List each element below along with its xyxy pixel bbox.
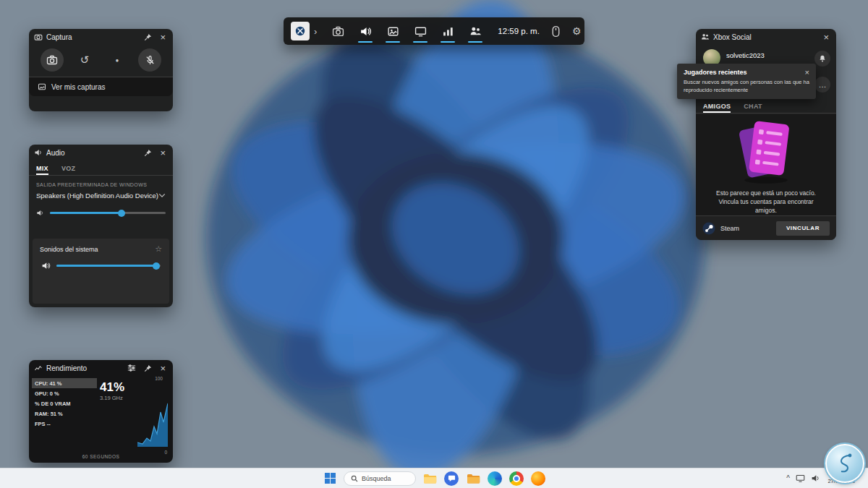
camera-icon xyxy=(46,54,58,66)
stat-vram[interactable]: % DE 0 VRAM xyxy=(32,398,97,408)
volume-icon[interactable] xyxy=(811,474,820,483)
performance-options-button[interactable] xyxy=(125,364,138,372)
screenshot-button[interactable] xyxy=(41,48,64,72)
link-account-button[interactable]: VINCULAR xyxy=(776,221,830,236)
stat-cpu[interactable]: CPU: 41 % xyxy=(32,378,97,388)
folder-button[interactable] xyxy=(465,471,481,487)
empty-friends-text: Esto parece que está un poco vacío. Vinc… xyxy=(696,189,836,215)
performance-titlebar[interactable]: Rendimiento × xyxy=(29,360,173,376)
search-placeholder: Búsqueda xyxy=(362,475,391,482)
screen: › xyxy=(0,0,868,488)
chart-time-window: 60 SEGUNDOS xyxy=(29,454,173,459)
cpu-history-chart xyxy=(137,401,168,447)
record-last-moments-button[interactable]: ↺ xyxy=(73,48,96,72)
view-captures-label: Ver mis capturas xyxy=(51,83,105,91)
close-icon: × xyxy=(160,33,166,42)
firefox-button[interactable] xyxy=(530,471,546,487)
audio-widget-button[interactable] xyxy=(352,19,379,43)
widget-toggle-group xyxy=(324,19,489,43)
stat-ram[interactable]: RAM: 51 % xyxy=(32,408,97,419)
link-accounts-bar: Steam VINCULAR xyxy=(696,215,836,240)
capture-titlebar[interactable]: Captura × xyxy=(29,29,173,45)
gallery-icon xyxy=(387,25,399,38)
close-button[interactable]: × xyxy=(821,33,831,42)
tab-voz[interactable]: VOZ xyxy=(61,165,75,175)
pin-icon xyxy=(144,33,152,41)
chrome-icon xyxy=(509,471,524,486)
close-icon: × xyxy=(160,364,166,373)
tab-amigos[interactable]: AMIGOS xyxy=(703,103,731,113)
pin-button[interactable] xyxy=(142,149,154,157)
capture-widget-button[interactable] xyxy=(324,19,352,43)
audio-tabs: MIX VOZ xyxy=(29,160,173,176)
system-volume-slider[interactable] xyxy=(56,265,161,267)
watermark-logo xyxy=(825,444,864,483)
tray-chevron-up-icon[interactable]: ^ xyxy=(786,474,790,482)
output-volume-handle[interactable] xyxy=(118,210,125,217)
system-sounds-label: Sonidos del sistema xyxy=(40,246,98,253)
edge-button[interactable] xyxy=(487,471,503,487)
more-options-button[interactable]: … xyxy=(814,77,830,93)
xbox-logo-icon xyxy=(294,25,306,37)
performance-widget-button[interactable] xyxy=(434,19,461,43)
friends-empty-illustration xyxy=(723,114,809,188)
chat-button[interactable] xyxy=(443,471,459,487)
widget-title: Captura xyxy=(46,33,72,41)
sliders-icon xyxy=(127,364,136,372)
view-captures-button[interactable]: Ver mis capturas xyxy=(29,77,173,96)
edge-icon xyxy=(488,471,502,486)
tab-chat[interactable]: CHAT xyxy=(744,103,762,113)
taskbar-search[interactable]: Búsqueda xyxy=(344,471,416,486)
chevron-down-icon xyxy=(158,193,166,198)
pin-icon xyxy=(144,364,152,372)
social-titlebar[interactable]: Xbox Social × xyxy=(696,29,836,45)
chevron-right-icon: › xyxy=(312,26,318,37)
mic-muted-icon xyxy=(145,55,156,66)
performance-widget: Rendimiento × CPU: 41 % GPU: 0 % % DE 0 … xyxy=(29,360,173,463)
bar-chart-icon xyxy=(442,25,454,38)
chat-icon xyxy=(444,471,459,486)
pin-button[interactable] xyxy=(142,33,154,41)
chrome-button[interactable] xyxy=(509,471,524,487)
speaker-loud-icon xyxy=(41,261,51,270)
start-button[interactable] xyxy=(322,471,338,487)
xbox-widget-menu-button[interactable] xyxy=(291,22,310,40)
file-explorer-icon xyxy=(423,473,437,484)
social-widget-button[interactable] xyxy=(461,19,489,43)
settings-button[interactable]: ⚙ xyxy=(568,19,586,43)
taskbar: Búsqueda xyxy=(0,468,868,488)
favorite-star-icon[interactable]: ☆ xyxy=(155,245,162,253)
record-last-icon: ↺ xyxy=(80,53,90,67)
start-recording-button[interactable]: ● xyxy=(106,48,129,72)
close-button[interactable]: × xyxy=(158,364,168,373)
performance-stats: CPU: 41 % GPU: 0 % % DE 0 VRAM RAM: 51 %… xyxy=(32,378,97,429)
close-button[interactable]: × xyxy=(158,33,168,42)
network-icon[interactable] xyxy=(796,474,805,483)
audio-widget: Audio × MIX VOZ SALIDA PREDETERMINADA DE… xyxy=(29,145,173,307)
system-volume-handle[interactable] xyxy=(153,262,160,270)
people-icon xyxy=(469,25,482,38)
tooltip-close-button[interactable]: × xyxy=(805,69,809,77)
device-name: Speakers (High Definition Audio Device) xyxy=(36,192,158,200)
close-button[interactable]: × xyxy=(158,148,168,158)
chart-axis-max: 100 xyxy=(155,376,163,381)
output-volume-slider[interactable] xyxy=(50,212,166,214)
xbox-social-widget: Xbox Social × solvetic2023 … AMIGOS CHAT xyxy=(696,29,836,240)
audio-titlebar[interactable]: Audio × xyxy=(29,145,173,160)
output-device-dropdown[interactable]: Speakers (High Definition Audio Device) xyxy=(36,192,166,200)
microphone-toggle-button[interactable] xyxy=(138,48,161,72)
gear-icon: ⚙ xyxy=(572,25,582,37)
system-tray: ^ xyxy=(786,468,820,488)
mouse-passthrough-button[interactable] xyxy=(547,19,565,43)
speaker-icon xyxy=(34,148,43,157)
close-icon: × xyxy=(160,148,166,158)
gallery-icon xyxy=(38,82,46,91)
stat-gpu[interactable]: GPU: 0 % xyxy=(32,388,97,398)
pin-button[interactable] xyxy=(142,364,154,372)
file-explorer-button[interactable] xyxy=(422,471,438,487)
display-widget-button[interactable] xyxy=(407,19,434,43)
stat-fps[interactable]: FPS -- xyxy=(32,419,97,429)
gallery-widget-button[interactable] xyxy=(379,19,407,43)
notifications-button[interactable] xyxy=(814,51,830,67)
tab-mix[interactable]: MIX xyxy=(36,165,48,175)
